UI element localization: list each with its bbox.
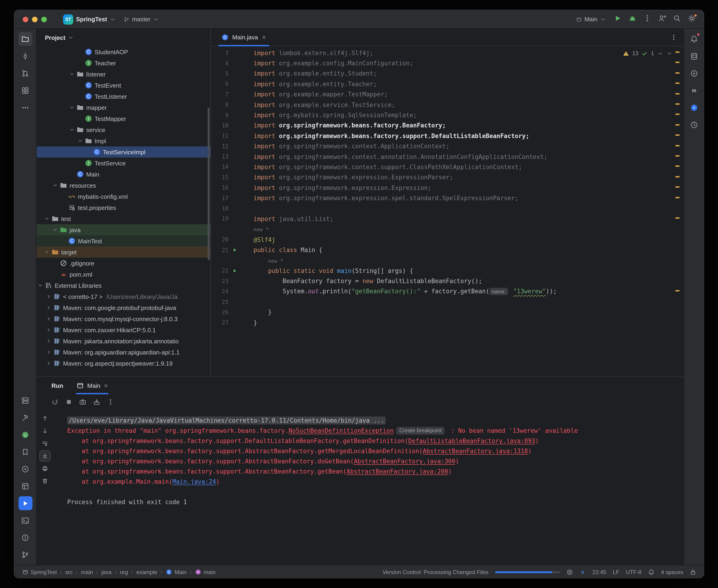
warning-stripe-mark[interactable] bbox=[675, 176, 679, 177]
code-with-me-button[interactable] bbox=[655, 13, 669, 26]
tree-item-testserviceimpl[interactable]: CTestServiceImpl bbox=[37, 146, 210, 158]
breadcrumb-java[interactable]: java bbox=[101, 569, 111, 575]
chevron-right-icon[interactable] bbox=[45, 360, 53, 366]
chevron-down-icon[interactable] bbox=[52, 227, 59, 233]
tool-button-bookmarks[interactable] bbox=[18, 445, 32, 459]
tree-item-testservice[interactable]: ITestService bbox=[37, 158, 210, 169]
breadcrumb-main[interactable]: mmain bbox=[195, 569, 216, 575]
tree-item-corretto-17[interactable]: < corretto-17 >/Users/eve/Library/Java/J… bbox=[37, 291, 210, 302]
tool-button-scroll-down[interactable] bbox=[39, 425, 50, 437]
code-line[interactable]: 6import org.example.entity.Teacher; bbox=[211, 79, 684, 89]
tree-item-testevent[interactable]: CTestEvent bbox=[37, 80, 210, 91]
warning-stripe-mark[interactable] bbox=[675, 166, 679, 167]
tree-item-teacher[interactable]: ITeacher bbox=[37, 58, 210, 68]
lock-icon[interactable] bbox=[690, 569, 696, 575]
code-line[interactable]: 19import java.util.List; bbox=[211, 214, 684, 224]
more-actions-button[interactable] bbox=[641, 13, 654, 26]
chevron-down-icon[interactable] bbox=[43, 216, 50, 222]
run-config-widget[interactable]: Main bbox=[573, 14, 609, 25]
tree-item-testmapper[interactable]: ITestMapper bbox=[37, 113, 210, 124]
warning-stripe-mark[interactable] bbox=[675, 290, 679, 291]
tool-button-scroll-to-end[interactable] bbox=[39, 450, 50, 462]
tree-item-mapper[interactable]: mapper bbox=[37, 102, 210, 113]
tool-button-screenshot[interactable] bbox=[77, 396, 88, 408]
chevron-right-icon[interactable] bbox=[43, 249, 50, 255]
project-panel-header[interactable]: Project bbox=[37, 29, 210, 46]
run-tab-main[interactable]: Main bbox=[76, 377, 109, 394]
tool-button-stop[interactable] bbox=[63, 396, 75, 408]
settings-button[interactable] bbox=[685, 13, 698, 26]
warning-stripe-mark[interactable] bbox=[675, 83, 679, 84]
warning-stripe-mark[interactable] bbox=[675, 197, 679, 198]
chevron-right-icon[interactable] bbox=[45, 294, 53, 299]
code-vision-inlay[interactable]: new * bbox=[253, 258, 283, 264]
stack-trace-link[interactable]: AbstractBeanFactory.java:300 bbox=[354, 458, 455, 465]
code-line[interactable]: 21public class Main { bbox=[211, 245, 684, 255]
close-icon[interactable] bbox=[104, 383, 109, 388]
tree-item-listener[interactable]: listener bbox=[37, 68, 210, 80]
minimize-window-button[interactable] bbox=[32, 17, 38, 22]
close-icon[interactable] bbox=[261, 35, 266, 40]
tool-button-profiler[interactable] bbox=[687, 118, 701, 132]
tool-button-devtools[interactable] bbox=[687, 66, 701, 80]
chevron-down-icon[interactable] bbox=[68, 127, 76, 132]
debug-button[interactable] bbox=[626, 13, 639, 26]
tool-button-run[interactable] bbox=[18, 496, 32, 510]
tool-button-soft-wrap[interactable] bbox=[39, 438, 50, 449]
tree-item-maven-org.apiguardian-apiguardian-api-1.1[interactable]: Maven: org.apiguardian:apiguardian-api:1… bbox=[37, 346, 210, 358]
stack-trace-link[interactable]: Main.java:24 bbox=[172, 478, 216, 485]
branch-widget[interactable]: master bbox=[121, 14, 162, 25]
tool-button-project[interactable] bbox=[18, 32, 32, 46]
line-separator-widget[interactable]: LF bbox=[613, 569, 619, 575]
code-line[interactable]: 22 public static void main(String[] args… bbox=[211, 266, 684, 276]
warning-stripe-mark[interactable] bbox=[675, 134, 679, 136]
create-breakpoint-badge[interactable]: Create breakpoint bbox=[396, 427, 445, 435]
code-line[interactable]: 3import lombok.extern.slf4j.Slf4j; bbox=[211, 48, 684, 58]
stack-trace-link[interactable]: AbstractBeanFactory.java:1318 bbox=[423, 447, 528, 455]
breadcrumb-org[interactable]: org bbox=[120, 569, 128, 575]
tool-button-run-dashboard[interactable] bbox=[18, 462, 32, 476]
code-line[interactable]: 4import org.example.config.MainConfigura… bbox=[211, 58, 684, 68]
tab-main-java[interactable]: C Main.java bbox=[216, 29, 272, 46]
tree-scrollbar[interactable] bbox=[208, 107, 209, 260]
tool-button-print[interactable] bbox=[39, 463, 50, 474]
chevron-right-icon[interactable] bbox=[45, 327, 53, 333]
tree-item-service[interactable]: service bbox=[37, 124, 210, 135]
code-vision-inlay[interactable]: new * bbox=[253, 227, 269, 233]
console-output[interactable]: /Users/eve/Library/Java/JavaVirtualMachi… bbox=[53, 409, 684, 565]
tool-button-database[interactable] bbox=[687, 49, 701, 63]
code-line[interactable]: 5import org.example.entity.Student; bbox=[211, 68, 684, 79]
tool-button-ai-assistant[interactable] bbox=[687, 101, 701, 114]
tool-button-build[interactable] bbox=[18, 411, 32, 424]
chevron-down-icon[interactable] bbox=[68, 71, 76, 77]
code-line[interactable]: 15import org.springframework.expression.… bbox=[211, 172, 684, 183]
tree-item-testlistener[interactable]: CTestListener bbox=[37, 91, 210, 102]
tree-item-maven-com.google.protobuf-protobuf-java[interactable]: Maven: com.google.protobuf:protobuf-java bbox=[37, 302, 210, 313]
next-problem-button[interactable] bbox=[666, 50, 673, 56]
stack-trace-link[interactable]: NoSuchBeanDefinitionException bbox=[289, 427, 394, 434]
tree-item-java[interactable]: java bbox=[37, 224, 210, 235]
chevron-down-icon[interactable] bbox=[68, 105, 76, 110]
tool-button-structure[interactable] bbox=[18, 83, 32, 97]
tree-item-main[interactable]: CMain bbox=[37, 169, 210, 180]
breadcrumb-src[interactable]: src bbox=[65, 569, 73, 575]
tree-item-external-libraries[interactable]: External Libraries bbox=[37, 280, 210, 291]
breadcrumb-main[interactable]: CMain bbox=[166, 569, 187, 575]
prev-problem-button[interactable] bbox=[657, 50, 663, 56]
warning-stripe-mark[interactable] bbox=[675, 124, 679, 126]
code-line[interactable]: 20@Slf4j bbox=[211, 234, 684, 245]
tool-button-maven[interactable]: m bbox=[687, 83, 701, 97]
code-line[interactable]: 25 bbox=[211, 297, 684, 307]
tool-button-rerun[interactable] bbox=[49, 396, 61, 408]
notifications-icon[interactable] bbox=[648, 569, 655, 575]
chevron-right-icon[interactable] bbox=[45, 316, 53, 321]
code-line[interactable]: 27} bbox=[211, 317, 684, 328]
tool-button-ai-plugin[interactable] bbox=[18, 428, 32, 442]
run-gutter-icon[interactable] bbox=[228, 248, 241, 253]
tree-item-resources[interactable]: resources bbox=[37, 180, 210, 191]
tree-item-maven-com.mysql-mysql-connector-j-8.0.3[interactable]: Maven: com.mysql:mysql-connector-j:8.0.3 bbox=[37, 313, 210, 324]
encoding-widget[interactable]: UTF-8 bbox=[626, 569, 641, 575]
breadcrumb-example[interactable]: example bbox=[136, 569, 157, 575]
tool-button-commit[interactable] bbox=[18, 49, 32, 63]
code-line[interactable]: 9import org.mybatis.spring.SqlSessionTem… bbox=[211, 110, 684, 121]
